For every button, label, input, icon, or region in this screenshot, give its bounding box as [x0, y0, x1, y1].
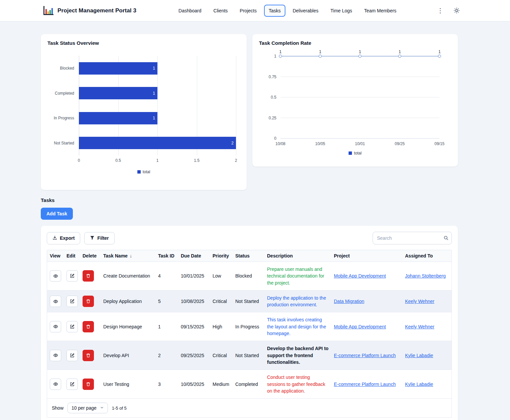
task-name-cell: Create Documentation	[101, 262, 155, 291]
header-edit[interactable]: Edit	[64, 250, 80, 262]
overflow-menu-icon[interactable]: ⋮	[437, 7, 443, 14]
project-link[interactable]: Data Migration	[334, 299, 364, 304]
view-button[interactable]	[50, 296, 61, 307]
nav-item-projects[interactable]: Projects	[235, 5, 261, 17]
header-task-name-label: Task Name	[103, 253, 128, 258]
y-tick-label: 0.5	[271, 95, 276, 100]
bar-chart-plot: 1112	[79, 56, 236, 155]
assignee-link[interactable]: Kylie Labadie	[405, 353, 433, 358]
header-due-date[interactable]: Due Date	[178, 250, 210, 262]
bar-blocked: 1	[79, 62, 157, 75]
export-button[interactable]: Export	[47, 232, 80, 244]
status-cell: Not Started	[233, 290, 264, 312]
legend-swatch	[349, 151, 352, 155]
table-row: Deploy Application 5 10/08/2025 Critical…	[47, 290, 452, 312]
view-button[interactable]	[50, 321, 61, 332]
delete-button[interactable]	[83, 350, 94, 361]
data-point	[359, 55, 361, 58]
y-tick-label: 1	[274, 54, 276, 59]
y-category-label: Completed	[55, 91, 74, 96]
table-row: User Testing 3 10/05/2025 Medium Complet…	[47, 370, 452, 399]
task-name-cell: User Testing	[101, 370, 155, 399]
view-button[interactable]	[50, 270, 61, 282]
search-icon[interactable]	[443, 235, 449, 242]
bar-chart-categories: BlockedCompletedIn ProgressNot Started	[47, 56, 79, 155]
edit-button[interactable]	[67, 379, 78, 390]
view-button[interactable]	[50, 379, 61, 390]
page-size-select[interactable]: 10 per page	[68, 403, 108, 413]
header-view[interactable]: View	[47, 250, 64, 262]
task-id-cell: 2	[155, 341, 178, 370]
task-name-cell: Deploy Application	[101, 290, 155, 312]
edit-button[interactable]	[67, 296, 78, 307]
table-row: Create Documentation 4 10/01/2025 Low Bl…	[47, 262, 452, 291]
app-logo-icon	[43, 6, 53, 15]
bar-value-label: 1	[153, 116, 157, 120]
add-task-button[interactable]: Add Task	[41, 208, 73, 220]
delete-button[interactable]	[83, 296, 94, 307]
header-priority[interactable]: Priority	[210, 250, 233, 262]
description-text: Conduct user testing sessions to gather …	[267, 375, 325, 394]
data-point	[279, 55, 282, 58]
page-size-value: 10 per page	[72, 405, 97, 411]
task-name-cell: Develop API	[101, 341, 155, 370]
status-cell: Not Started	[233, 341, 264, 370]
description-cell: Conduct user testing sessions to gather …	[264, 370, 331, 399]
header-task-name[interactable]: Task Name ↓	[101, 250, 155, 262]
delete-button[interactable]	[83, 321, 94, 332]
assignee-link[interactable]: Keely Wehner	[405, 299, 434, 304]
legend-label: total	[354, 151, 362, 155]
project-link[interactable]: Mobile App Development	[334, 273, 386, 279]
task-id-cell: 1	[155, 312, 178, 341]
edit-button[interactable]	[67, 321, 78, 332]
header-delete[interactable]: Delete	[80, 250, 101, 262]
filter-button[interactable]: Filter	[84, 232, 114, 244]
chart-title: Task Completion Rate	[259, 40, 451, 46]
legend-swatch	[137, 170, 141, 174]
header-assigned-to[interactable]: Assigned To	[402, 250, 452, 262]
assignee-link[interactable]: Johann Stoltenberg	[405, 273, 445, 279]
pagination-range: 1-5 of 5	[112, 406, 127, 411]
chart-legend: total	[259, 151, 451, 155]
search-input[interactable]	[373, 232, 452, 244]
project-link[interactable]: Mobile App Development	[334, 324, 386, 329]
data-point	[438, 55, 441, 58]
assignee-link[interactable]: Keely Wehner	[405, 324, 434, 329]
header-description[interactable]: Description	[264, 250, 331, 262]
assignee-link[interactable]: Kylie Labadie	[405, 382, 433, 387]
bar-in-progress: 1	[79, 112, 157, 124]
chart-title: Task Status Overview	[47, 40, 240, 46]
export-label: Export	[60, 235, 75, 241]
header-task-id[interactable]: Task ID	[155, 250, 178, 262]
due-date-cell: 10/05/2025	[178, 370, 210, 399]
nav-item-tasks[interactable]: Tasks	[264, 5, 285, 17]
header-project[interactable]: Project	[331, 250, 402, 262]
project-link[interactable]: E-commerce Platform Launch	[334, 353, 396, 358]
header-status[interactable]: Status	[233, 250, 264, 262]
point-value-label: 1	[319, 49, 322, 54]
x-tick-label: 09/15	[434, 141, 444, 146]
edit-button[interactable]	[67, 350, 78, 361]
task-status-overview-card: Task Status Overview BlockedCompletedIn …	[41, 34, 247, 190]
delete-button[interactable]	[83, 270, 94, 282]
delete-button[interactable]	[83, 379, 94, 390]
nav-item-dashboard[interactable]: Dashboard	[174, 5, 206, 17]
nav-item-deliverables[interactable]: Deliverables	[288, 5, 323, 17]
nav-item-team-members[interactable]: Team Members	[360, 5, 401, 17]
bar-not-started: 2	[79, 137, 236, 149]
task-id-cell: 4	[155, 262, 178, 291]
edit-button[interactable]	[67, 270, 78, 282]
view-button[interactable]	[50, 350, 61, 361]
description-cell: Prepare user manuals and technical docum…	[264, 262, 331, 291]
chart-legend: total	[47, 170, 240, 174]
x-tick-label: 1	[156, 158, 159, 163]
project-link[interactable]: E-commerce Platform Launch	[334, 382, 396, 387]
top-navbar: Project Management Portal 3 Dashboard Cl…	[0, 0, 510, 21]
nav-item-clients[interactable]: Clients	[209, 5, 233, 17]
tasks-table-card: Export Filter	[41, 226, 458, 420]
description-cell: This task involves creating the layout a…	[264, 312, 331, 341]
description-text: Deploy the application to the production…	[267, 295, 326, 307]
theme-toggle-icon[interactable]	[454, 7, 460, 14]
legend-label: total	[143, 170, 150, 174]
nav-item-time-logs[interactable]: Time Logs	[326, 5, 357, 17]
